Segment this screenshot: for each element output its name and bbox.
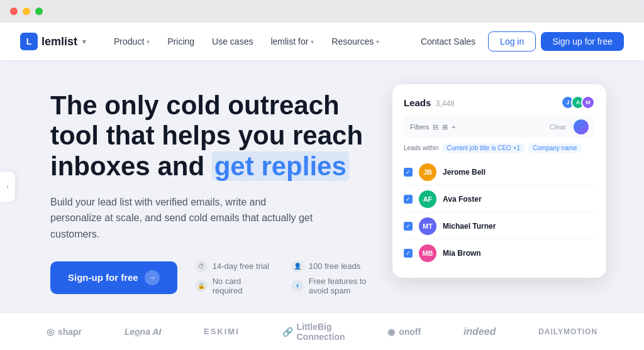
hero-title-line3-prefix: inboxes and [50, 151, 212, 181]
table-row: MT Michael Turner [404, 213, 595, 240]
mini-avatar-3: M [581, 96, 595, 109]
traffic-light-red[interactable] [10, 8, 18, 15]
nav-item-lemlistfor[interactable]: lemlist for ▾ [263, 33, 321, 50]
navbar-nav: Product ▾ Pricing Use cases lemlist for … [106, 33, 413, 50]
leads-header: Leads 3,448 J A M [404, 96, 595, 109]
signup-button-nav[interactable]: Sign up for free [541, 32, 624, 51]
lead-checkbox-3[interactable] [404, 222, 413, 231]
chevron-down-icon-2: ▾ [311, 38, 314, 45]
filter-chip-2[interactable]: Company name [528, 143, 582, 153]
logo-text: lemlist [42, 35, 77, 48]
chevron-down-icon-3: ▾ [376, 38, 379, 45]
navbar: L lemlist ▾ Product ▾ Pricing Use cases … [0, 23, 644, 60]
nav-item-resources[interactable]: Resources ▾ [324, 33, 387, 50]
nav-item-usecases[interactable]: Use cases [204, 33, 260, 50]
filters-label: Filters [410, 123, 429, 131]
filter-within-label: Leads within [404, 145, 439, 151]
browser-chrome [0, 0, 644, 23]
logo-eskimi: ESKIMI [204, 327, 240, 336]
leads-avatar-group: J A M [561, 96, 595, 109]
table-row: AF Ava Foster [404, 186, 595, 213]
spam-icon: 📧 [291, 280, 304, 292]
lead-checkbox-4[interactable] [404, 249, 413, 258]
logo-shapr: ◎ shapr [47, 327, 82, 337]
littlebig-icon: 🔗 [282, 327, 293, 337]
traffic-light-yellow[interactable] [23, 8, 30, 15]
hero-section: The only cold outreach tool that helps y… [0, 60, 644, 315]
feature-item-1: 🔒 No card required [195, 276, 271, 295]
filter-chip-1[interactable]: Current job title is CEO +1 [443, 143, 525, 153]
signup-button-hero[interactable]: Sign-up for free → [50, 261, 177, 294]
filters-bar: Filters ⊟ ⊞ + Clear [404, 116, 595, 138]
table-row: JB Jerome Bell [404, 159, 595, 186]
contact-sales-link[interactable]: Contact Sales [413, 33, 483, 50]
leads-filter-row: Leads within Current job title is CEO +1… [404, 143, 595, 153]
card-icon: 🔒 [195, 280, 208, 292]
hero-description: Build your lead list with verified email… [50, 194, 314, 243]
hero-title-line2: tool that helps you reach [50, 121, 363, 150]
lead-checkbox-2[interactable] [404, 195, 413, 204]
navbar-actions: Contact Sales Log in Sign up for free [413, 31, 624, 52]
avatar-bubble [574, 119, 589, 134]
feature-item-2: 👤 100 free leads [291, 260, 367, 273]
avatar-mia: MB [419, 244, 436, 262]
hero-title-highlight: get replies [212, 151, 349, 181]
lead-name-3: Michael Turner [443, 222, 496, 231]
hero-title: The only cold outreach tool that helps y… [50, 90, 367, 182]
leads-count: 3,448 [436, 99, 455, 108]
features-list: ⏱ 14-day free trial 👤 100 free leads 🔒 N… [195, 260, 367, 295]
filter-icon-1: ⊟ [433, 123, 438, 131]
logo-caret: ▾ [82, 38, 86, 46]
nav-item-pricing[interactable]: Pricing [160, 33, 202, 50]
lead-name-4: Mia Brown [443, 249, 481, 258]
trial-icon: ⏱ [195, 260, 208, 273]
logo[interactable]: L lemlist ▾ [20, 33, 86, 50]
filter-clear[interactable]: Clear [550, 123, 566, 131]
chevron-down-icon: ▾ [147, 38, 150, 45]
hero-right: Leads 3,448 J A M Filters ⊟ ⊞ + Clear [392, 84, 606, 278]
feature-item-0: ⏱ 14-day free trial [195, 260, 271, 273]
filter-icon-2: ⊞ [442, 123, 448, 131]
nav-item-product[interactable]: Product ▾ [106, 33, 157, 50]
logo-littlebig: 🔗 LittleBigConnection [282, 322, 345, 342]
lead-checkbox-1[interactable] [404, 168, 413, 177]
table-row: MB Mia Brown [404, 240, 595, 266]
hero-cta-row: Sign-up for free → ⏱ 14-day free trial 👤… [50, 260, 367, 295]
page-wrap: L lemlist ▾ Product ▾ Pricing Use cases … [0, 23, 644, 350]
logo-indeed: indeed [464, 326, 496, 337]
avatar-michael: MT [419, 217, 436, 235]
hero-left: The only cold outreach tool that helps y… [50, 90, 367, 300]
logo-onoff: ◉ onoff [387, 327, 421, 337]
onoff-icon: ◉ [387, 327, 395, 337]
arrow-icon: → [145, 270, 160, 285]
sidebar-arrow[interactable]: › [0, 172, 15, 202]
leads-icon: 👤 [291, 260, 304, 273]
logo-icon: L [20, 33, 38, 50]
hero-title-line1: The only cold outreach [50, 90, 340, 120]
login-button[interactable]: Log in [488, 31, 536, 52]
logo-bar: ◎ shapr Leona AI ESKIMI 🔗 LittleBigConne… [0, 312, 644, 350]
avatar-jerome: JB [419, 163, 436, 181]
logo-dailymotion: DAILYMOTION [538, 327, 597, 336]
lead-name-2: Ava Foster [443, 195, 482, 204]
filter-add[interactable]: + [452, 123, 455, 131]
feature-item-3: 📧 Free features to avoid spam [291, 276, 367, 295]
logo-leona: Leona AI [125, 327, 162, 337]
shapr-icon: ◎ [47, 327, 54, 337]
leads-title-group: Leads 3,448 [404, 97, 455, 108]
leads-title: Leads [404, 97, 431, 108]
traffic-light-green[interactable] [35, 8, 43, 15]
leads-card: Leads 3,448 J A M Filters ⊟ ⊞ + Clear [392, 84, 606, 278]
lead-name-1: Jerome Bell [443, 168, 486, 177]
avatar-ava: AF [419, 190, 436, 208]
